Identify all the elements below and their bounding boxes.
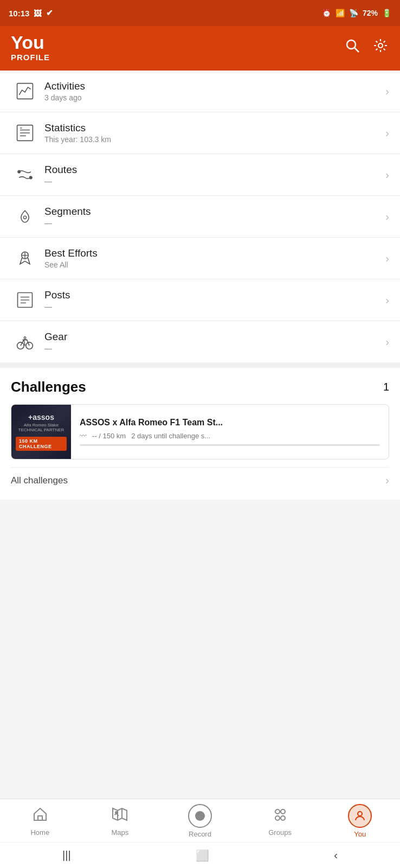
posts-icon <box>11 290 39 310</box>
check-icon: ✔ <box>46 8 53 18</box>
posts-title: Posts <box>44 289 385 301</box>
svg-point-10 <box>30 177 33 180</box>
nav-label-maps: Maps <box>111 828 128 837</box>
segments-icon <box>11 207 39 226</box>
svg-point-33 <box>358 812 362 816</box>
svg-point-2 <box>378 43 383 48</box>
home-icon <box>32 806 48 826</box>
groups-icon <box>272 806 288 826</box>
svg-point-9 <box>18 171 21 174</box>
nav-item-maps[interactable]: Maps <box>80 806 160 837</box>
nav-item-home[interactable]: Home <box>0 806 80 837</box>
challenge-stats-assos: 〰 -- / 150 km 2 days until challenge s..… <box>80 432 380 440</box>
nav-item-you[interactable]: You <box>320 804 400 838</box>
segments-title: Segments <box>44 206 385 218</box>
svg-point-23 <box>24 337 26 339</box>
challenge-name-assos: ASSOS x Alfa Romeo F1 Team St... <box>80 418 380 427</box>
segments-subtitle: — <box>44 219 385 227</box>
challenge-distance: -- / 150 km <box>92 432 126 440</box>
wave-icon: 〰 <box>80 432 87 440</box>
status-right: ⏰ 📶 📡 72% 🔋 <box>322 9 391 17</box>
posts-chevron: › <box>385 294 389 307</box>
routes-icon <box>11 165 39 184</box>
page-subtitle: PROFILE <box>11 53 50 62</box>
challenges-header: Challenges 1 <box>11 379 389 395</box>
activities-title: Activities <box>44 80 385 92</box>
menu-item-statistics[interactable]: Statistics This year: 103.3 km › <box>0 112 400 154</box>
best-efforts-icon <box>11 248 39 268</box>
gear-subtitle: — <box>44 344 385 353</box>
header-title-block: You PROFILE <box>11 33 50 62</box>
svg-point-20 <box>26 342 33 349</box>
search-icon[interactable] <box>344 37 361 58</box>
app-header: You PROFILE <box>0 26 400 71</box>
all-challenges-chevron: › <box>385 474 389 487</box>
nav-label-home: Home <box>30 828 49 837</box>
all-challenges-row[interactable]: All challenges › <box>11 467 389 489</box>
maps-icon <box>112 806 128 826</box>
svg-point-19 <box>17 342 24 349</box>
menu-item-posts[interactable]: Posts — › <box>0 279 400 321</box>
bottom-nav: Home Maps Record <box>0 799 400 842</box>
challenge-days-left: 2 days until challenge s... <box>131 432 210 440</box>
nav-item-record[interactable]: Record <box>160 804 240 838</box>
challenges-title: Challenges <box>11 379 86 395</box>
svg-rect-3 <box>17 84 33 99</box>
menu-item-activities[interactable]: Activities 3 days ago › <box>0 71 400 112</box>
menu-item-routes[interactable]: Routes — › <box>0 154 400 196</box>
challenge-card-assos[interactable]: +assos Alfa Romeo StakeTECHNICAL PARTNER… <box>11 404 389 459</box>
menu-item-gear[interactable]: Gear — › <box>0 321 400 362</box>
nav-label-you: You <box>354 830 366 838</box>
page-title: You <box>11 33 50 53</box>
android-home-btn[interactable]: ⬜ <box>196 849 209 862</box>
challenge-sub-brand: Alfa Romeo StakeTECHNICAL PARTNER <box>18 423 64 432</box>
challenge-image-assos: +assos Alfa Romeo StakeTECHNICAL PARTNER… <box>11 405 71 459</box>
gear-content: Gear — <box>39 331 385 353</box>
segments-content: Segments — <box>39 206 385 227</box>
record-dot <box>195 811 205 821</box>
battery-icon: 🔋 <box>382 9 391 17</box>
header-actions <box>344 37 389 58</box>
svg-point-32 <box>281 816 285 820</box>
photo-icon: 🖼 <box>34 9 42 18</box>
menu-item-segments[interactable]: Segments — › <box>0 196 400 238</box>
routes-title: Routes <box>44 164 385 176</box>
posts-content: Posts — <box>39 289 385 311</box>
status-time: 10:13 <box>9 9 29 18</box>
wifi-icon: 📶 <box>336 9 345 17</box>
best-efforts-chevron: › <box>385 252 389 265</box>
battery-level: 72% <box>363 9 378 17</box>
best-efforts-content: Best Efforts See All <box>39 247 385 269</box>
routes-subtitle: — <box>44 177 385 186</box>
activities-subtitle: 3 days ago <box>44 93 385 102</box>
gear-list-icon <box>11 332 39 352</box>
challenge-progress-bar <box>80 444 380 446</box>
android-back-btn[interactable]: ‹ <box>334 849 338 861</box>
routes-content: Routes — <box>39 164 385 186</box>
svg-rect-24 <box>38 816 42 820</box>
menu-list: Activities 3 days ago › Statistics This … <box>0 71 400 362</box>
all-challenges-label: All challenges <box>11 475 68 486</box>
best-efforts-title: Best Efforts <box>44 247 385 259</box>
activities-icon <box>11 81 39 101</box>
routes-chevron: › <box>385 169 389 181</box>
nav-item-groups[interactable]: Groups <box>240 806 320 837</box>
android-recents-btn[interactable]: ||| <box>62 849 71 861</box>
svg-point-11 <box>23 216 26 219</box>
challenge-km-badge: 150 KM CHALLENGE <box>16 437 67 451</box>
settings-icon[interactable] <box>372 37 389 58</box>
gear-chevron: › <box>385 336 389 348</box>
android-nav: ||| ⬜ ‹ <box>0 842 400 868</box>
segments-chevron: › <box>385 210 389 223</box>
status-left: 10:13 🖼 ✔ <box>9 8 53 18</box>
challenges-count: 1 <box>383 381 389 393</box>
you-circle <box>348 804 372 828</box>
challenge-brand-plus: +assos <box>28 413 54 422</box>
menu-item-best-efforts[interactable]: Best Efforts See All › <box>0 238 400 279</box>
gear-title: Gear <box>44 331 385 343</box>
alarm-icon: ⏰ <box>322 9 331 17</box>
section-divider <box>0 362 400 368</box>
statistics-subtitle: This year: 103.3 km <box>44 135 385 144</box>
svg-line-1 <box>354 48 359 52</box>
signal-icon: 📡 <box>349 9 358 17</box>
